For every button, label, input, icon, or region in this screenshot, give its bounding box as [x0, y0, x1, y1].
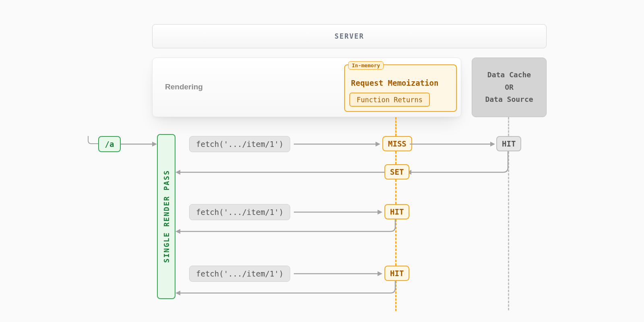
svg-marker-5	[490, 142, 495, 147]
memo-title: Request Memoization	[351, 78, 438, 87]
svg-marker-13	[378, 271, 382, 276]
fetch-call-1: fetch('.../item/1')	[189, 136, 290, 152]
fetch-call-2: fetch('.../item/1')	[189, 204, 290, 220]
data-cache-panel: Data Cache OR Data Source	[472, 58, 547, 117]
svg-marker-10	[378, 210, 382, 215]
svg-marker-3	[376, 142, 380, 147]
route-pill: /a	[98, 136, 121, 152]
arrow-cache-to-set	[407, 151, 511, 175]
cache-line1: Data Cache	[487, 69, 531, 81]
fetch-call-3: fetch('.../item/1')	[189, 266, 290, 282]
rendering-label: Rendering	[165, 83, 203, 91]
memo-set: SET	[384, 164, 409, 180]
arrow-set-to-srp	[175, 168, 384, 176]
svg-marker-14	[175, 291, 180, 295]
svg-marker-11	[175, 229, 180, 234]
memo-dash-3	[395, 180, 396, 204]
memo-dash-1	[395, 117, 396, 136]
cache-line2: OR	[505, 81, 514, 94]
server-header: SERVER	[152, 24, 547, 48]
cache-line3: Data Source	[485, 93, 533, 106]
arrow-hit2-return	[175, 281, 397, 297]
memo-dash-2	[395, 151, 396, 164]
svg-marker-8	[175, 170, 180, 175]
arrow-miss-to-cache	[410, 140, 495, 148]
memo-status-hit-1: HIT	[384, 204, 409, 219]
memo-tag: In-memory	[348, 61, 384, 70]
svg-marker-1	[152, 142, 157, 147]
arrow-fetch2-to-memo	[294, 208, 382, 216]
arrow-route-to-srp	[121, 140, 157, 148]
cache-status-hit: HIT	[496, 136, 521, 151]
server-title: SERVER	[334, 32, 364, 40]
memo-status-miss: MISS	[382, 136, 412, 151]
arrow-fetch1-to-memo	[294, 140, 380, 148]
memo-status-hit-2: HIT	[384, 266, 409, 281]
single-render-pass-bar: SINGLE RENDER PASS	[157, 134, 175, 299]
srp-label: SINGLE RENDER PASS	[162, 170, 171, 263]
cache-dash-1	[508, 117, 509, 136]
arrow-hit1-return	[175, 219, 397, 235]
memo-function-returns: Function Returns	[349, 93, 430, 107]
arrow-fetch3-to-memo	[294, 270, 382, 278]
route-elbow	[88, 136, 98, 144]
route-label: /a	[105, 140, 114, 149]
